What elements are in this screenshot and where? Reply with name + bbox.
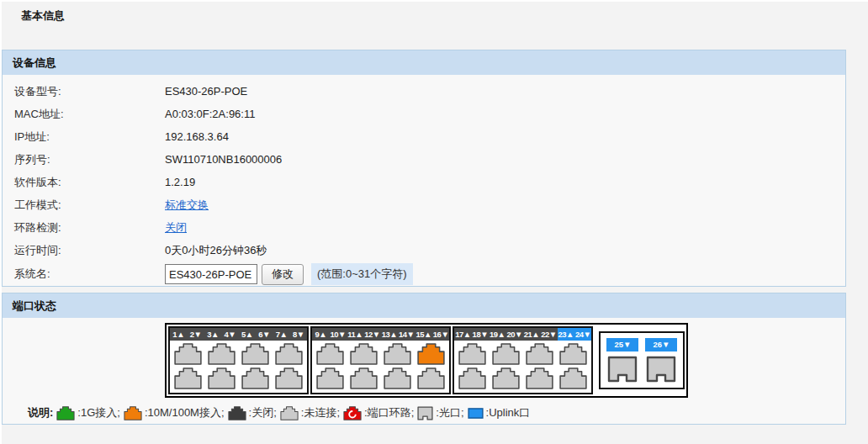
info-row-work-mode: 工作模式:标准交换 (3, 193, 845, 216)
basic-info-page: 基本信息 设备信息 设备型号:ES430-26P-POEMAC地址:A0:03:… (0, 0, 868, 444)
legend-item-1g: :1G接入; (56, 405, 120, 420)
system-name-input[interactable] (165, 264, 257, 284)
device-info-rows: 设备型号:ES430-26P-POEMAC地址:A0:03:0F:2A:96:1… (3, 75, 845, 287)
port-row-top (454, 341, 591, 365)
legend-uplink-icon (468, 408, 484, 419)
port-9-icon (316, 343, 344, 365)
port-19-icon (492, 343, 520, 365)
info-row-device-model: 设备型号:ES430-26P-POE (3, 80, 845, 103)
device-info-panel: 设备信息 设备型号:ES430-26P-POEMAC地址:A0:03:0F:2A… (2, 50, 846, 287)
info-row-mac-address: MAC地址:A0:03:0F:2A:96:11 (3, 103, 845, 125)
software-version-label: 软件版本: (3, 175, 165, 190)
device-info-header: 设备信息 (3, 50, 845, 75)
system-name-label: 系统名: (3, 267, 165, 282)
uplink-port-25-label: 25▼ (606, 338, 638, 352)
port-header-8: 8▼ (290, 328, 307, 341)
uplink-port-25: 25▼ (606, 338, 638, 383)
port-22-icon (526, 367, 553, 389)
port-status-body: 1▲2▼3▲4▼5▲6▼7▲8▼9▲10▼11▲12▼13▲14▼15▲16▼1… (3, 318, 845, 420)
legend-item-port-loop: :端口环路; (343, 405, 414, 420)
info-row-ip-address: IP地址:192.168.3.64 (3, 125, 845, 148)
port-10-icon (316, 367, 344, 389)
legend-item-fiber: :光口; (417, 405, 463, 420)
port-header-14: 14▼ (398, 328, 415, 341)
port-11-icon (350, 343, 378, 365)
system-name-hint: (范围:0~31个字符) (311, 263, 413, 285)
sfp-port-25-icon (607, 356, 638, 383)
port-header-9: 9▲ (312, 328, 329, 341)
port-group-2: 9▲10▼11▲12▼13▲14▼15▲16▼ (310, 326, 451, 394)
port-group-1: 1▲2▼3▲4▼5▲6▼7▲8▼ (168, 326, 309, 394)
port-7-icon (275, 343, 303, 365)
port-2-icon (174, 367, 202, 389)
port-12-icon (350, 367, 378, 389)
port-row-bottom (312, 365, 449, 393)
port-24-icon (559, 367, 587, 389)
port-16-icon (417, 367, 445, 389)
sfp-port-26-icon (646, 356, 676, 383)
port-row-bottom (170, 365, 307, 393)
legend-port-loop-text: :端口环路; (364, 405, 414, 420)
legend-100m-text: :10M/100M接入; (145, 405, 225, 420)
uplink-port-26: 26▼ (645, 338, 677, 383)
legend-1g-text: :1G接入; (77, 405, 120, 420)
ip-address-label: IP地址: (3, 130, 165, 145)
port-17-icon (458, 343, 486, 365)
port-18-icon (458, 367, 486, 389)
port-4-icon (208, 367, 236, 389)
legend-label: 说明: (28, 405, 53, 420)
uplink-port-group: 25▼26▼ (599, 331, 685, 389)
port-row-top (312, 341, 449, 365)
port-header-20: 20▼ (505, 328, 522, 341)
device-model-value: ES430-26P-POE (165, 85, 247, 98)
modify-button[interactable]: 修改 (262, 264, 304, 285)
ip-address-value: 192.168.3.64 (165, 130, 229, 143)
port-5-icon (241, 343, 269, 365)
port-8-icon (275, 367, 303, 389)
legend-port-loop-icon (343, 406, 362, 420)
port-group-3: 17▲18▼19▲20▼21▲22▼23▲24▼ (453, 326, 593, 394)
legend-uplink-text: :Uplink口 (486, 405, 531, 420)
legend-item-closed: :关闭; (228, 405, 277, 420)
legend-item-unconnected: :未连接; (280, 405, 340, 420)
legend-unconnected-icon (280, 406, 299, 420)
port-status-header: 端口状态 (3, 293, 845, 318)
legend-closed-icon (228, 406, 246, 420)
legend-unconnected-text: :未连接; (301, 405, 340, 420)
port-21-icon (526, 343, 553, 365)
work-mode-label: 工作模式: (3, 198, 165, 213)
uptime-value: 0天0小时26分钟36秒 (165, 243, 267, 258)
port-header-16: 16▼ (432, 328, 449, 341)
legend-100m-icon (124, 406, 142, 420)
legend-item-uplink: :Uplink口 (468, 405, 531, 420)
uptime-label: 运行时间: (3, 243, 165, 258)
port-13-icon (384, 343, 411, 365)
port-14-icon (384, 367, 411, 389)
info-row-system-name: 系统名:修改(范围:0~31个字符) (3, 262, 845, 287)
legend-closed-text: :关闭; (249, 405, 277, 420)
port-header-17: 17▲ (454, 328, 471, 341)
work-mode-link[interactable]: 标准交换 (165, 198, 209, 211)
port-6-icon (241, 367, 269, 389)
port-status-panel: 端口状态 1▲2▼3▲4▼5▲6▼7▲8▼9▲10▼11▲12▼13▲14▼15… (2, 293, 846, 425)
port-header-13: 13▲ (381, 328, 398, 341)
port-header-12: 12▼ (363, 328, 380, 341)
info-row-software-version: 软件版本:1.2.19 (3, 171, 845, 193)
port-header-3: 3▲ (204, 328, 221, 341)
port-board: 1▲2▼3▲4▼5▲6▼7▲8▼9▲10▼11▲12▼13▲14▼15▲16▼1… (165, 323, 688, 398)
legend-fiber-icon (417, 406, 433, 420)
port-legend: 说明: :1G接入;:10M/100M接入;:关闭;:未连接;:端口环路;:光口… (28, 405, 845, 420)
port-20-icon (492, 367, 520, 389)
software-version-value: 1.2.19 (165, 176, 195, 188)
port-header-23: 23▲ (558, 328, 574, 341)
port-15-icon (417, 343, 445, 365)
port-header-19: 19▲ (489, 328, 505, 341)
serial-number-value: SW110710NB16000006 (165, 153, 282, 166)
port-header-2: 2▼ (187, 328, 204, 341)
mac-address-label: MAC地址: (3, 107, 165, 122)
system-name-value: 修改(范围:0~31个字符) (165, 263, 413, 285)
port-header-1: 1▲ (170, 328, 187, 341)
window-edge-top (0, 0, 868, 2)
loop-detection-link[interactable]: 关闭 (165, 221, 187, 234)
port-row-bottom (454, 365, 591, 393)
